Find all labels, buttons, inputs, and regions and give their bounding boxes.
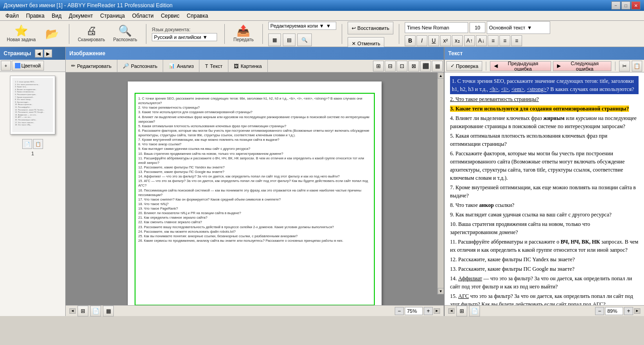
menu-edit[interactable]: Правка <box>23 12 48 20</box>
text-tb-copy[interactable]: 📋 <box>632 61 642 72</box>
color-mode-button[interactable]: Цветной <box>12 61 44 71</box>
tab-picture-icon: 🖼 <box>234 63 239 69</box>
text-view-btn-2[interactable]: 📄 <box>469 306 480 316</box>
scroll-right-button[interactable]: ► <box>434 308 440 314</box>
font-increase-button[interactable]: A↑ <box>464 35 475 46</box>
text-item-3: 3. Какие теги используются для создания … <box>450 105 639 113</box>
recognize-button[interactable]: 🔍 Распознать <box>110 23 140 45</box>
text-content-area[interactable]: 1. С точки зрения SEO, расскажите значен… <box>445 72 644 305</box>
mode-dropdown[interactable]: Редактируемая копи ▼ ▼ <box>268 22 336 30</box>
underline-button[interactable]: U <box>428 35 439 46</box>
image-zoom-value: 75% <box>405 307 423 315</box>
view-btn-2[interactable]: 📄 <box>90 306 101 316</box>
add-page-button[interactable]: + <box>1 61 11 71</box>
document-page: 1. С точки зрения SEO, расскажите значен… <box>128 81 382 305</box>
page-icon-1[interactable]: 📄 <box>22 139 32 149</box>
tab-edit[interactable]: ✏ Редактировать <box>66 60 117 72</box>
img-tb-5[interactable]: ⬛ <box>420 61 431 72</box>
scan-button[interactable]: 🖨 Сканировать <box>75 23 108 45</box>
menu-service[interactable]: Сервис <box>157 12 183 20</box>
view-btn-3[interactable]: ▦ <box>103 306 114 316</box>
maximize-button[interactable]: □ <box>621 1 630 10</box>
menu-areas[interactable]: Области <box>128 12 157 20</box>
scroll-left-button[interactable]: ◄ <box>69 308 76 314</box>
image-content: ▲ ▼ 1. С точки зрения SEO, расскажите зн… <box>66 72 444 305</box>
img-tb-2[interactable]: ⊟ <box>385 61 396 72</box>
next-error-button[interactable]: ▶ Следующая ошибка <box>553 61 611 71</box>
tab-picture[interactable]: 🖼 Картинка <box>228 60 268 72</box>
text-view-btn-1[interactable]: ⊞ <box>456 306 467 316</box>
text-tb-cut[interactable]: ✂ <box>619 61 629 72</box>
menu-file[interactable]: Файл <box>2 12 23 20</box>
menu-document[interactable]: Документ <box>65 12 97 20</box>
restore-button[interactable]: ↩ Восстановить <box>348 22 393 34</box>
zoom-in-button[interactable]: + <box>424 307 433 315</box>
font-name-input[interactable] <box>405 22 468 33</box>
color-mode-label: Цветной <box>21 63 41 68</box>
scroll-up-button[interactable]: ▲ <box>438 72 444 79</box>
text-scroll-right[interactable]: ► <box>634 308 640 314</box>
img-tb-4[interactable]: ⊠ <box>408 61 419 72</box>
prev-error-icon: ◀ <box>494 63 498 69</box>
text-item-5: 5. Какая оптимальная плотность использов… <box>450 132 639 148</box>
text-panel-toolbar: ✓ Проверка ◀ Предыдущая ошибка ▶ Следующ… <box>445 60 644 72</box>
img-tb-3[interactable]: ⊡ <box>397 61 407 72</box>
bold-button[interactable]: B <box>405 35 416 46</box>
scroll-down-button[interactable]: ▼ <box>438 288 444 294</box>
menu-view[interactable]: Вид <box>48 12 65 20</box>
menu-page[interactable]: Страница <box>97 12 128 20</box>
minimize-button[interactable]: − <box>611 1 620 10</box>
open-icon: 📂 <box>45 29 59 39</box>
font-size-input[interactable] <box>470 22 485 33</box>
text-zoom-in[interactable]: + <box>624 307 633 315</box>
view-btn-1[interactable]: ⊞ <box>77 306 88 316</box>
send-button[interactable]: 📤 Передать <box>230 23 257 45</box>
text-item-13: 13. Расскажите, какие фильтры ПС Google … <box>450 265 639 273</box>
open-button[interactable]: 📂 <box>41 23 63 45</box>
tab-recognize-icon: 🔎 <box>123 63 129 69</box>
cancel-label: Отменить <box>358 41 380 46</box>
layout-btn-2[interactable]: ▤ <box>283 34 295 46</box>
font-decrease-button[interactable]: A↓ <box>476 35 487 46</box>
spellcheck-button[interactable]: ✓ Проверка <box>446 61 482 71</box>
sidebar-toolbar: + Цветной <box>0 60 65 72</box>
text-item-14: 14. Аффилиат — что это за фильтр? За что… <box>450 274 639 291</box>
zoom-out-button[interactable]: − <box>395 307 404 315</box>
recognize-icon: 🔍 <box>118 25 132 36</box>
text-item-12: 12. Расскажите, какие фильтры ПС Yandex … <box>450 255 639 264</box>
zoom-btn-main[interactable]: 🔍 <box>297 34 312 46</box>
scan-label: Сканировать <box>78 37 105 42</box>
prev-page-button[interactable]: ◀ <box>35 49 43 58</box>
img-tb-6[interactable]: ▦ <box>432 61 443 72</box>
img-tb-1[interactable]: ⊞ <box>373 61 384 72</box>
layout-btn-1[interactable]: ▦ <box>268 34 281 46</box>
align-left-button[interactable]: ≡ <box>488 35 499 46</box>
text-zoom-out[interactable]: − <box>595 307 604 315</box>
menu-help[interactable]: Справка <box>183 12 212 20</box>
tab-picture-label: Картинка <box>241 63 262 69</box>
align-center-button[interactable]: ≡ <box>499 35 510 46</box>
text-scroll-left[interactable]: ◄ <box>448 308 455 314</box>
subscript-button[interactable]: x₂ <box>452 35 463 46</box>
style-dropdown[interactable]: Основной текст ▼ <box>487 21 550 34</box>
tab-text-icon: T <box>205 63 208 69</box>
tab-recognize[interactable]: 🔎 Распознать <box>117 60 163 72</box>
tab-text[interactable]: T Текст <box>199 60 228 72</box>
next-page-button[interactable]: ▶ <box>44 49 52 58</box>
page-icon-2[interactable]: 📋 <box>33 139 43 149</box>
tab-analysis[interactable]: 📊 Анализ <box>163 60 199 72</box>
prev-error-label: Предыдущая ошибка <box>499 61 547 72</box>
text-zoom-control: − 89% + ► <box>595 307 640 315</box>
text-zoom-value: 89% <box>605 307 623 315</box>
sidebar: Страницы ◀ ▶ + Цветной 1. С точки зрения… <box>0 47 66 316</box>
new-task-button[interactable]: ⭐ Новая задача <box>4 23 39 45</box>
send-label: Передать <box>233 37 254 42</box>
lang-dropdown[interactable]: Русский и английски ▼ <box>152 33 217 41</box>
vertical-scrollbar[interactable]: ▲ ▼ <box>437 72 444 294</box>
close-button[interactable]: ✕ <box>631 1 640 10</box>
superscript-button[interactable]: x² <box>440 35 451 46</box>
tab-recognize-label: Распознать <box>131 63 157 69</box>
prev-error-button[interactable]: ◀ Предыдущая ошибка <box>490 61 551 71</box>
align-right-button[interactable]: ≡ <box>511 35 522 46</box>
italic-button[interactable]: I <box>416 35 427 46</box>
